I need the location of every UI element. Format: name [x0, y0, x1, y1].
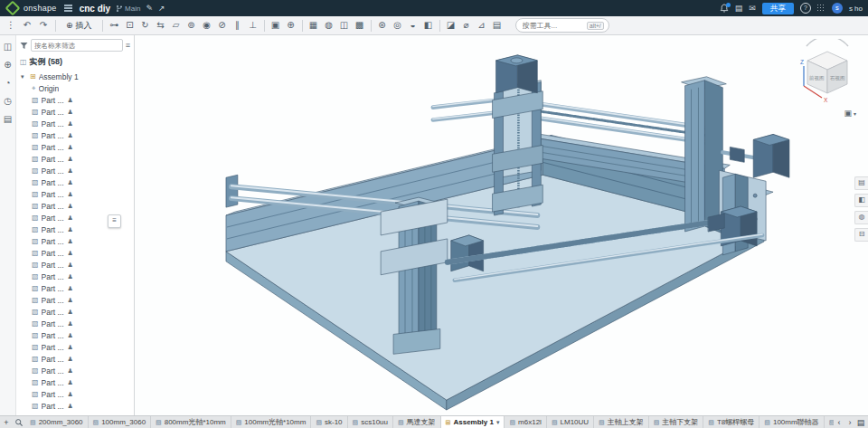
view-cube[interactable]: 前视图 右视图 Z X [797, 39, 857, 108]
document-tab[interactable]: ▧主軸上支架 [594, 416, 649, 428]
3d-viewport[interactable]: 前视图 右视图 Z X ▣ ▾ ▤◧◍⊟ [135, 35, 868, 415]
insert-button[interactable]: ⊕ 插入 [61, 18, 98, 33]
bom-table-icon[interactable]: ▤ [854, 176, 868, 190]
tree-item-part[interactable]: ▧Part ...♟ [16, 388, 134, 400]
document-tab[interactable]: ▧LM10UU [547, 416, 594, 428]
ball-mate-icon[interactable]: ◉ [200, 18, 214, 33]
instances-header[interactable]: ◫ 实例 (58) [16, 54, 134, 71]
tree-item-part[interactable]: ▧Part ...♟ [16, 306, 134, 318]
tree-item-part[interactable]: ▧Part ...♟ [16, 282, 134, 294]
rotate-arc-icon[interactable] [807, 39, 848, 46]
tree-item-part[interactable]: ▧Part ...♟ [16, 153, 134, 165]
document-tab[interactable]: ▧主軸下支架 [649, 416, 704, 428]
tree-item-part[interactable]: ▧Part ...♟ [16, 353, 134, 365]
tree-item-part[interactable]: ▧Part ...♟ [16, 176, 134, 188]
appearance-panel-icon[interactable]: ◍ [854, 211, 868, 224]
fastened-mate-icon[interactable]: ⊡ [123, 18, 137, 33]
section-view-icon[interactable]: ◪ [444, 18, 458, 33]
mate-icon[interactable]: ⊶ [108, 18, 122, 33]
document-menu-icon[interactable] [64, 7, 72, 9]
replicate-icon[interactable]: ▩ [353, 18, 367, 33]
document-tab[interactable]: ▧500mm螺桿 [825, 416, 834, 428]
tree-item-assembly[interactable]: ▾⊞Assembly 1 [16, 71, 134, 82]
gantry-left-tower[interactable] [493, 81, 543, 215]
parallel-mate-icon[interactable]: ∥ [231, 18, 245, 33]
notifications-button[interactable] [720, 4, 729, 14]
planar-mate-icon[interactable]: ▱ [169, 18, 184, 33]
share-button[interactable]: 共享 [762, 3, 794, 14]
branch-indicator[interactable]: Main [116, 5, 140, 13]
document-tab[interactable]: ⊞Assembly 1▾ [441, 416, 505, 428]
tool-search-box[interactable]: alt+/ [515, 18, 609, 33]
document-tab[interactable]: ▧T8螺桿螺母 [703, 416, 760, 428]
document-tab[interactable]: ▧100mm聯軸器 [760, 416, 824, 428]
add-tab-button[interactable]: + [0, 416, 13, 428]
tree-item-origin[interactable]: ⌖Origin [16, 82, 134, 94]
stepper-motor-x[interactable] [722, 134, 789, 177]
mate-connector-icon[interactable]: ⊕ [284, 18, 298, 33]
tree-item-part[interactable]: ▧Part ...♟ [16, 200, 134, 212]
bom-icon[interactable]: ▤ [490, 18, 505, 33]
assembly-panel-icon[interactable]: ◫ [4, 42, 12, 52]
tree-item-part[interactable]: ▧Part ...♟ [16, 318, 134, 329]
circular-pattern-icon[interactable]: ◍ [322, 18, 336, 33]
cylindrical-mate-icon[interactable]: ⊚ [184, 18, 199, 33]
stepper-motor-carriage[interactable] [451, 235, 484, 271]
stepper-motor-z[interactable] [496, 55, 538, 93]
scroll-tabs-right-icon[interactable]: › [844, 417, 855, 428]
tab-menu-caret[interactable]: ▾ [496, 419, 500, 426]
document-tab[interactable]: ▧sk-10 [311, 416, 347, 428]
document-tab[interactable]: ▧m6x12l [505, 416, 546, 428]
tree-item-part[interactable]: ▧Part ...♟ [16, 259, 134, 271]
tangent-mate-icon[interactable]: ⊥ [246, 18, 260, 33]
tree-item-part[interactable]: ▧Part ...♟ [16, 165, 134, 176]
measure-icon[interactable]: ⌀ [459, 18, 474, 33]
panel-collapse-button[interactable]: ≡ [108, 214, 121, 228]
snapshot-icon[interactable]: ◎ [391, 18, 405, 33]
tree-item-part[interactable]: ▧Part ...♟ [16, 235, 134, 247]
custom-table-icon[interactable]: ⊟ [854, 228, 868, 242]
undo-button[interactable]: ↶ [20, 18, 34, 33]
tree-item-part[interactable]: ▧Part ...♟ [16, 271, 134, 282]
pin-slot-mate-icon[interactable]: ⊘ [215, 18, 230, 33]
named-positions-icon[interactable]: ◒ [406, 18, 420, 33]
rename-icon[interactable]: ✎ [146, 0, 153, 16]
tree-item-part[interactable]: ▧Part ...♟ [16, 247, 134, 259]
tree-item-part[interactable]: ▧Part ...♟ [16, 329, 134, 341]
user-avatar[interactable]: s [832, 3, 843, 14]
tree-item-part[interactable]: ▧Part ...♟ [16, 365, 134, 376]
app-switcher-icon[interactable] [817, 5, 826, 13]
tree-item-part[interactable]: ▧Part ...♟ [16, 341, 134, 353]
tree-item-part[interactable]: ▧Part ...♟ [16, 188, 134, 200]
view-options-button[interactable]: ▣ ▾ [841, 108, 859, 119]
tree-item-part[interactable]: ▧Part ...♟ [16, 376, 134, 388]
tree-item-part[interactable]: ▧Part ...♟ [16, 400, 134, 412]
slider-mate-icon[interactable]: ⇆ [154, 18, 168, 33]
linear-pattern-icon[interactable]: ▦ [307, 18, 321, 33]
group-icon[interactable]: ▣ [269, 18, 283, 33]
filter-input[interactable] [31, 39, 123, 52]
reference-manager-icon[interactable]: ▤ [4, 114, 12, 124]
explode-view-icon[interactable]: ⊛ [375, 18, 390, 33]
document-tab[interactable]: ▧100mm_3060 [89, 416, 152, 428]
display-states-icon[interactable]: ◧ [421, 18, 436, 33]
tree-item-part[interactable]: ▧Part ...♟ [16, 141, 134, 153]
z-axis-guide-rods[interactable] [433, 100, 496, 120]
comments-panel-icon[interactable]: ◔ [5, 78, 10, 88]
document-tab[interactable]: ▧100mm光軸*10mm [231, 416, 312, 428]
cnc-assembly-model[interactable] [135, 35, 868, 415]
tree-item-part[interactable]: ▧Part ...♟ [16, 118, 134, 129]
filter-options-icon[interactable]: ≡ [126, 41, 130, 50]
open-document-icon[interactable]: ↗ [158, 0, 165, 16]
tree-item-part[interactable]: ▧Part ...♟ [16, 129, 134, 141]
toolbar-overflow-icon[interactable]: ⋮ [4, 18, 18, 33]
help-button[interactable]: ? [800, 3, 811, 14]
redo-button[interactable]: ↷ [36, 18, 51, 33]
tab-manager-icon[interactable]: ▤ [855, 417, 866, 428]
tree-item-part[interactable]: ▧Part ...♟ [16, 94, 134, 106]
tree-item-part[interactable]: ▧Part ...♟ [16, 412, 134, 415]
search-tabs-button[interactable] [13, 416, 25, 428]
shaft-support-left[interactable] [226, 175, 238, 207]
configurations-icon[interactable]: ◧ [854, 194, 868, 207]
document-tab[interactable]: ▧scs10uu [348, 416, 393, 428]
